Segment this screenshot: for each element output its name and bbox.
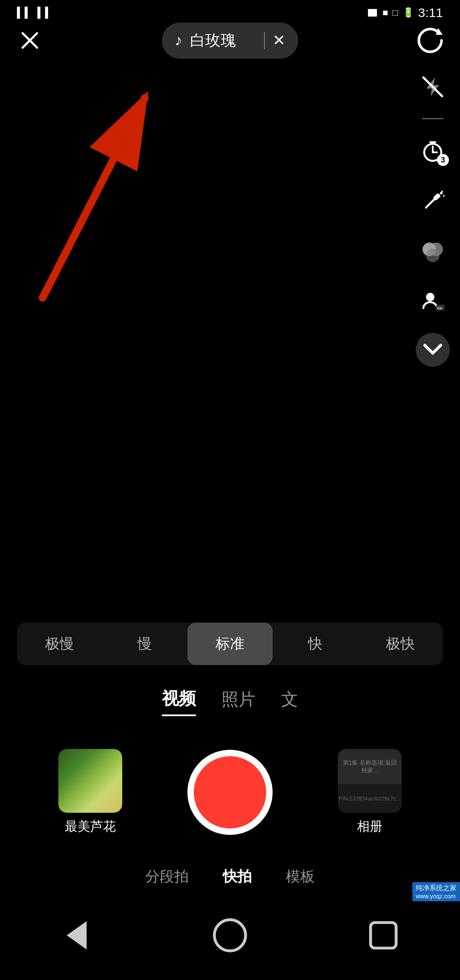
timer-button[interactable]: 3 xyxy=(414,132,451,169)
album-image: 第1集 名称选项:返回独家... FIN/133934ac/b22bc7c... xyxy=(338,749,402,813)
refresh-button[interactable] xyxy=(413,23,447,57)
toolbar-divider-1 xyxy=(422,118,443,119)
album-preview-top: 第1集 名称选项:返回独家... xyxy=(338,749,402,784)
record-button[interactable] xyxy=(187,750,273,835)
bottom-navigation xyxy=(0,903,460,980)
pill-divider xyxy=(264,32,265,49)
svg-point-15 xyxy=(441,191,443,192)
watermark: 纯净系统之家 www.yoqz.com xyxy=(412,882,460,901)
more-tools-button[interactable] xyxy=(416,333,450,367)
svg-marker-22 xyxy=(67,921,87,950)
beauty-button[interactable] xyxy=(414,182,451,220)
watermark-line2: www.yoqz.com xyxy=(416,893,457,900)
sub-tab-quick[interactable]: 快拍 xyxy=(223,867,252,886)
svg-point-13 xyxy=(439,196,440,197)
gallery-image xyxy=(58,749,122,813)
record-button-inner xyxy=(194,756,266,829)
svg-text:ON: ON xyxy=(437,306,442,310)
music-note-icon: ♪ xyxy=(175,31,182,49)
mode-tabs: 视频 照片 文 xyxy=(0,683,460,716)
watermark-line1: 纯净系统之家 xyxy=(416,884,457,893)
album-preview-bottom: FIN/133934ac/b22bc7c... xyxy=(338,784,402,813)
gallery-thumbnail[interactable] xyxy=(58,749,122,813)
right-toolbar: 3 ON xyxy=(414,68,451,367)
mode-tab-video[interactable]: 视频 xyxy=(162,683,196,716)
speed-fast[interactable]: 快 xyxy=(273,623,358,665)
sub-tab-template[interactable]: 模板 xyxy=(286,867,315,886)
capture-area: 最美芦花 第1集 名称选项:返回独家... FIN/133934ac/b22bc… xyxy=(0,749,460,835)
speed-slow[interactable]: 慢 xyxy=(102,623,187,665)
mode-tab-photo[interactable]: 照片 xyxy=(221,683,256,715)
svg-point-23 xyxy=(214,920,245,951)
back-button[interactable] xyxy=(55,914,98,957)
speed-very-slow[interactable]: 极慢 xyxy=(17,623,102,665)
music-remove-button[interactable]: ✕ xyxy=(273,31,285,49)
top-bar: ♪ 白玫瑰 ✕ xyxy=(0,13,460,68)
gallery-item[interactable]: 最美芦花 xyxy=(58,749,122,835)
speed-selector: 极慢 慢 标准 快 极快 xyxy=(17,623,443,665)
album-thumbnail[interactable]: 第1集 名称选项:返回独家... FIN/133934ac/b22bc7c... xyxy=(338,749,402,813)
music-pill[interactable]: ♪ 白玫瑰 ✕ xyxy=(162,23,298,59)
speed-very-fast[interactable]: 极快 xyxy=(358,623,443,665)
sub-tabs: 分段拍 快拍 模板 xyxy=(0,867,460,886)
sub-tab-segment[interactable]: 分段拍 xyxy=(145,867,189,886)
mode-tab-text[interactable]: 文 xyxy=(281,683,298,715)
timer-badge: 3 xyxy=(437,154,449,166)
album-label: 相册 xyxy=(338,818,402,835)
filter-button[interactable] xyxy=(414,232,451,270)
svg-point-18 xyxy=(426,249,440,262)
flash-toggle-button[interactable] xyxy=(414,68,451,106)
gallery-label: 最美芦花 xyxy=(58,818,122,835)
album-preview-text: 第1集 名称选项:返回独家... xyxy=(338,756,402,777)
home-button[interactable] xyxy=(209,914,251,957)
speed-normal[interactable]: 标准 xyxy=(187,623,273,665)
close-button[interactable] xyxy=(13,23,47,57)
svg-point-19 xyxy=(426,293,434,301)
music-title: 白玫瑰 xyxy=(190,30,256,51)
album-item[interactable]: 第1集 名称选项:返回独家... FIN/133934ac/b22bc7c...… xyxy=(338,749,402,835)
svg-rect-24 xyxy=(371,923,396,948)
avatar-mode-button[interactable]: ON xyxy=(414,283,451,320)
recent-apps-button[interactable] xyxy=(362,914,405,957)
svg-point-14 xyxy=(443,195,445,197)
